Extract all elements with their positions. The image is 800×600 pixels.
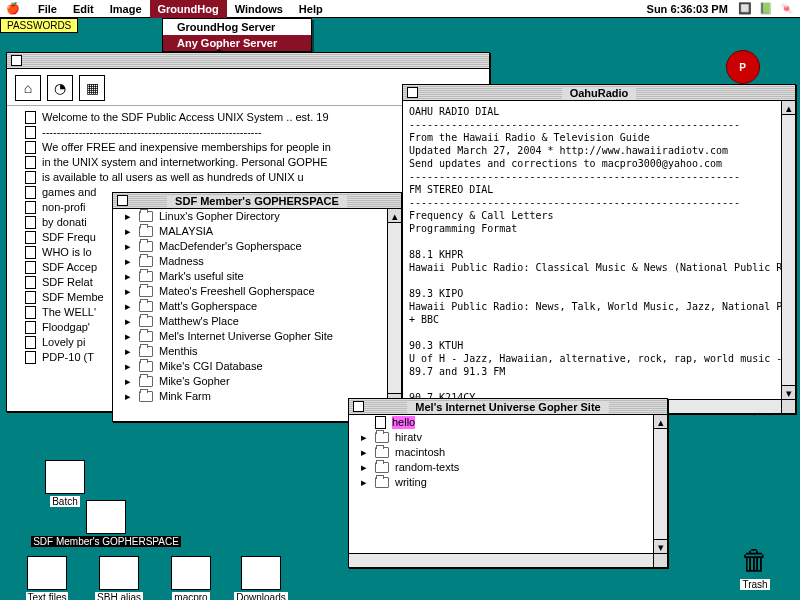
scroll-down-icon[interactable]: ▾	[782, 385, 795, 399]
disclosure-triangle-icon[interactable]: ▸	[125, 345, 133, 358]
toolbar-button[interactable]: ⌂	[15, 75, 41, 101]
menu-groundhog[interactable]: GroundHog	[150, 0, 227, 18]
list-item[interactable]: ▸Mateo's Freeshell Gopherspace	[113, 284, 401, 299]
list-item[interactable]: ▸Matt's Gopherspace	[113, 299, 401, 314]
folder-icon	[375, 462, 389, 473]
document-icon	[25, 171, 36, 184]
list-item[interactable]: ▸random-texts	[349, 460, 667, 475]
titlebar[interactable]: SDF Member's GOPHERSPACE	[113, 193, 401, 209]
list-item[interactable]: ▸Menthis	[113, 344, 401, 359]
menu-tray[interactable]: 🔲 📗 🍬	[734, 2, 794, 15]
scroll-up-icon[interactable]: ▴	[782, 101, 795, 115]
scroll-down-icon[interactable]: ▾	[654, 539, 667, 553]
tray-icon[interactable]: 🍬	[780, 2, 794, 14]
list-item[interactable]: ▸MacDefender's Gopherspace	[113, 239, 401, 254]
desktop-icon-image	[171, 556, 211, 590]
tray-icon[interactable]: 🔲	[738, 2, 752, 14]
titlebar[interactable]: OahuRadio	[403, 85, 795, 101]
disclosure-triangle-icon[interactable]: ▸	[361, 476, 369, 489]
list-item-label: Mateo's Freeshell Gopherspace	[159, 285, 315, 298]
list-item-label: SDF Relat	[42, 276, 93, 289]
desktop-icon-label: macpro	[172, 592, 209, 600]
passwords-strip[interactable]: PASSWORDS	[0, 18, 78, 33]
disclosure-triangle-icon[interactable]: ▸	[125, 270, 133, 283]
close-button[interactable]	[11, 55, 22, 66]
document-icon	[25, 291, 36, 304]
list-item[interactable]: ▸MALAYSIA	[113, 224, 401, 239]
titlebar[interactable]: Mel's Internet Universe Gopher Site	[349, 399, 667, 415]
list-item[interactable]: ▸Matthew's Place	[113, 314, 401, 329]
scroll-up-icon[interactable]: ▴	[388, 209, 401, 223]
disclosure-triangle-icon[interactable]: ▸	[361, 446, 369, 459]
disclosure-triangle-icon[interactable]: ▸	[125, 390, 133, 403]
close-button[interactable]	[407, 87, 418, 98]
menu-windows[interactable]: Windows	[227, 0, 291, 18]
folder-icon	[139, 391, 153, 402]
menu-clock[interactable]: Sun 6:36:03 PM	[641, 3, 734, 15]
list-item[interactable]: ▸macintosh	[349, 445, 667, 460]
list-item-label: Linux's Gopher Directory	[159, 210, 280, 223]
scrollbar-horizontal[interactable]	[349, 553, 653, 567]
disclosure-triangle-icon[interactable]: ▸	[125, 210, 133, 223]
list-item[interactable]: ▸Mark's useful site	[113, 269, 401, 284]
scrollbar-vertical[interactable]: ▴ ▾	[653, 415, 667, 553]
disclosure-triangle-icon[interactable]: ▸	[125, 330, 133, 343]
titlebar[interactable]	[7, 53, 489, 69]
desktop-icon[interactable]: Text files	[12, 556, 82, 600]
dropdown-item-any-gopher-server[interactable]: Any Gopher Server	[163, 35, 311, 51]
resize-handle[interactable]	[653, 553, 667, 567]
disclosure-triangle-icon[interactable]: ▸	[125, 360, 133, 373]
menu-image[interactable]: Image	[102, 0, 150, 18]
disclosure-triangle-icon[interactable]: ▸	[361, 431, 369, 444]
scroll-up-icon[interactable]: ▴	[654, 415, 667, 429]
document-icon	[375, 416, 386, 429]
disclosure-triangle-icon[interactable]: ▸	[125, 375, 133, 388]
dropdown-item-groundhog-server[interactable]: GroundHog Server	[163, 19, 311, 35]
desktop-icon[interactable]: Downloads	[226, 556, 296, 600]
desktop-icon[interactable]: SDF Member's GOPHERSPACE	[6, 500, 206, 547]
window-title: OahuRadio	[562, 87, 637, 99]
desktop-icon-label: Text files	[26, 592, 69, 600]
list-item[interactable]: hello	[349, 415, 667, 430]
disclosure-triangle-icon[interactable]: ▸	[361, 461, 369, 474]
tray-icon[interactable]: 📗	[759, 2, 773, 14]
toolbar-button[interactable]: ◔	[47, 75, 73, 101]
list-item[interactable]: ▸Mel's Internet Universe Gopher Site	[113, 329, 401, 344]
resize-handle[interactable]	[781, 399, 795, 413]
list-item[interactable]: ▸Linux's Gopher Directory	[113, 209, 401, 224]
folder-icon	[375, 477, 389, 488]
trash-icon[interactable]: 🗑 Trash	[720, 544, 790, 590]
disclosure-triangle-icon[interactable]: ▸	[125, 285, 133, 298]
menu-file[interactable]: File	[30, 0, 65, 18]
list-item-label: Lovely pi	[42, 336, 85, 349]
disclosure-triangle-icon[interactable]: ▸	[125, 315, 133, 328]
close-button[interactable]	[117, 195, 128, 206]
disclosure-triangle-icon[interactable]: ▸	[125, 255, 133, 268]
disclosure-triangle-icon[interactable]: ▸	[125, 225, 133, 238]
list-item-label: Mike's CGI Database	[159, 360, 263, 373]
list-item[interactable]: ▸Mike's Gopher	[113, 374, 401, 389]
desktop-icon[interactable]: SBH alias	[84, 556, 154, 600]
list-item-label: hiratv	[395, 431, 422, 444]
scrollbar-vertical[interactable]: ▴ ▾	[781, 101, 795, 399]
scrollbar-vertical[interactable]: ▴ ▾	[387, 209, 401, 407]
list-item[interactable]: ▸Madness	[113, 254, 401, 269]
menu-edit[interactable]: Edit	[65, 0, 102, 18]
disclosure-triangle-icon[interactable]: ▸	[125, 300, 133, 313]
toolbar-button[interactable]: ▦	[79, 75, 105, 101]
disclosure-triangle-icon[interactable]: ▸	[125, 240, 133, 253]
window-content: OAHU RADIO DIAL ------------------------…	[403, 101, 795, 421]
list-item[interactable]: ▸Mike's CGI Database	[113, 359, 401, 374]
window-gopherspace[interactable]: SDF Member's GOPHERSPACE ▸Linux's Gopher…	[112, 192, 402, 422]
list-item[interactable]: ▸writing	[349, 475, 667, 490]
desktop-icon-image	[241, 556, 281, 590]
window-mels-gopher[interactable]: Mel's Internet Universe Gopher Site hell…	[348, 398, 668, 568]
window-oahu-radio[interactable]: OahuRadio OAHU RADIO DIAL --------------…	[402, 84, 796, 414]
desktop-icon-label: Downloads	[234, 592, 287, 600]
menu-help[interactable]: Help	[291, 0, 331, 18]
desktop-icon[interactable]: macpro	[156, 556, 226, 600]
list-item-label: MALAYSIA	[159, 225, 213, 238]
apple-menu-icon[interactable]: 🍎	[6, 2, 20, 15]
close-button[interactable]	[353, 401, 364, 412]
list-item[interactable]: ▸hiratv	[349, 430, 667, 445]
